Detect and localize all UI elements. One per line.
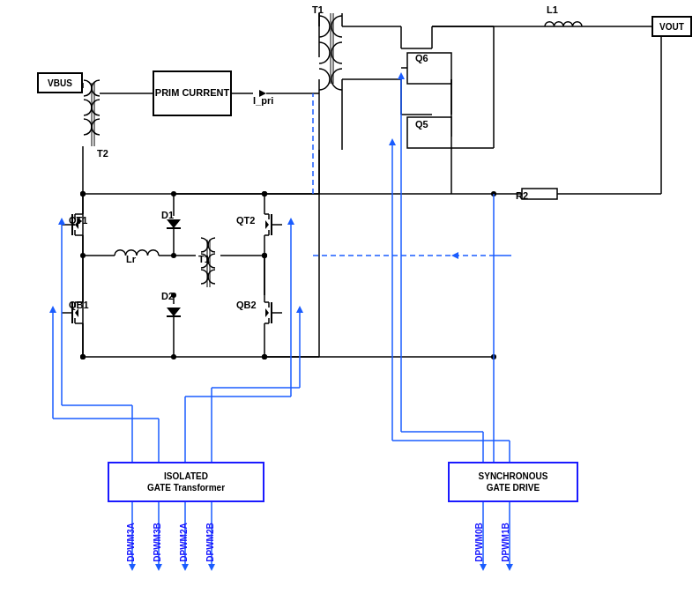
r2-label: R2 — [516, 190, 528, 201]
q5-label: Q5 — [415, 119, 428, 130]
l1-label: L1 — [547, 4, 558, 15]
dpwm3a-label: DPWM3A — [126, 523, 136, 561]
qb1-label: QB1 — [69, 300, 89, 310]
isolated-gate-box: ISOLATEDGATE Transformer — [108, 462, 264, 502]
i-pri-label: I_pri — [253, 95, 273, 106]
dpwm3b-label: DPWM3B — [153, 523, 162, 561]
d1-label: D1 — [161, 210, 174, 220]
dpwm2b-label: DPWM2B — [205, 523, 215, 561]
q6-label: Q6 — [415, 53, 428, 63]
d2-label: D2 — [161, 291, 174, 301]
vout-box: VOUT — [652, 16, 692, 37]
qt2-label: QT2 — [236, 215, 255, 226]
qt1-label: QT1 — [69, 215, 87, 226]
dpwm2a-label: DPWM2A — [179, 523, 189, 561]
qb2-label: QB2 — [236, 300, 257, 310]
dpwm0b-label: DPWM0B — [474, 523, 484, 561]
t2-label: T2 — [97, 148, 108, 159]
dpwm1b-label: DPWM1B — [501, 523, 510, 561]
t1-inner-label: T1 — [198, 254, 210, 264]
t1-top-label: T1 — [312, 4, 324, 15]
lr-label: Lr — [126, 254, 136, 264]
synchronous-gate-box: SYNCHRONOUSGATE DRIVE — [448, 462, 578, 502]
vbus-box: VBUS — [37, 72, 83, 93]
prim-current-box: PRIM CURRENT — [153, 70, 232, 116]
